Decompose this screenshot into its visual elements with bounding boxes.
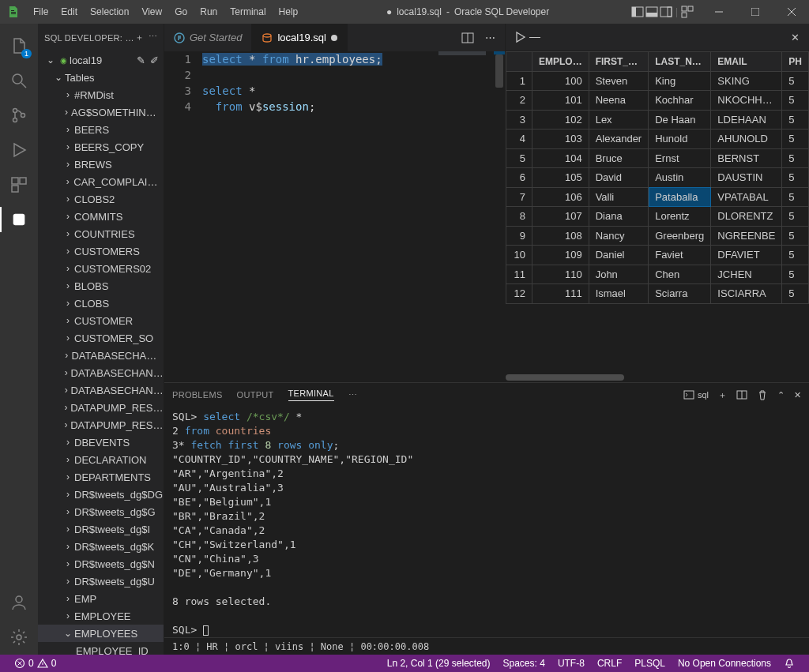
- run-query-icon[interactable]: [514, 31, 540, 43]
- status-errors[interactable]: 0 0: [8, 658, 62, 669]
- tree-table[interactable]: › DATAPUMP_REST_EXPO…: [38, 399, 164, 416]
- tree-table[interactable]: › DATABASECHANGELOG…: [38, 381, 164, 399]
- panel-tab-problems[interactable]: PROBLEMS: [172, 390, 223, 400]
- kill-terminal-icon[interactable]: [757, 389, 768, 400]
- tree-table[interactable]: › DR$tweets_dg$DG: [38, 486, 164, 503]
- cell-employee-id[interactable]: 108: [532, 226, 589, 246]
- results-row[interactable]: 11110JohnChenJCHEN5: [506, 265, 809, 284]
- split-editor-icon[interactable]: [461, 32, 474, 44]
- cell-email[interactable]: VPATABAL: [711, 187, 782, 207]
- cell-email[interactable]: DLORENTZ: [711, 207, 782, 227]
- new-terminal-icon[interactable]: ＋: [718, 389, 727, 401]
- tree-table[interactable]: › CUSTOMERS: [38, 242, 164, 260]
- tree-table[interactable]: ⌄ EMPLOYEES: [38, 625, 164, 642]
- more-actions-icon[interactable]: ⋯: [149, 32, 157, 43]
- cell-employee-id[interactable]: 102: [532, 110, 589, 130]
- toggle-primary-sidebar-icon[interactable]: [631, 6, 644, 18]
- cell-last-name[interactable]: Chen: [649, 265, 711, 284]
- tree-table[interactable]: › DATAPUMP_REST_EXPO…: [38, 416, 164, 434]
- cell-email[interactable]: DFAVIET: [711, 246, 782, 265]
- cell-phone[interactable]: 5: [782, 130, 809, 149]
- settings-icon[interactable]: [0, 620, 38, 655]
- cell-first-name[interactable]: Valli: [589, 187, 649, 207]
- status-selection[interactable]: Ln 2, Col 1 (29 selected): [381, 658, 497, 669]
- tree-table[interactable]: › CUSTOMER_SO: [38, 329, 164, 347]
- menu-selection[interactable]: Selection: [84, 6, 135, 17]
- tree-table[interactable]: › BLOBS: [38, 277, 164, 295]
- cell-first-name[interactable]: Neena: [589, 91, 649, 111]
- code-body[interactable]: select * from hr.employees; select * fro…: [202, 51, 505, 382]
- cell-first-name[interactable]: Ismael: [589, 284, 649, 304]
- close-button[interactable]: [774, 0, 809, 24]
- menu-help[interactable]: Help: [273, 6, 305, 17]
- tree-table[interactable]: › DBEVENTS: [38, 434, 164, 451]
- cell-phone[interactable]: 5: [782, 187, 809, 207]
- tree-table[interactable]: › DR$tweets_dg$I: [38, 520, 164, 538]
- panel-maximize-icon[interactable]: ⌃: [777, 390, 785, 400]
- cell-employee-id[interactable]: 111: [532, 284, 589, 304]
- tab-local19-sql[interactable]: local19.sql: [252, 24, 347, 51]
- cell-first-name[interactable]: Alexander: [589, 130, 649, 149]
- menu-view[interactable]: View: [135, 6, 168, 17]
- terminal-shell-select[interactable]: sql: [683, 389, 709, 400]
- results-row[interactable]: 4103AlexanderHunoldAHUNOLD5: [506, 130, 809, 149]
- terminal-output[interactable]: SQL> select /*csv*/ * 2 from countries 3…: [164, 407, 809, 637]
- tree-table[interactable]: › DR$tweets_dg$G: [38, 503, 164, 520]
- sql-developer-icon[interactable]: [0, 202, 38, 237]
- cell-phone[interactable]: 5: [782, 284, 809, 304]
- run-debug-icon[interactable]: [0, 133, 38, 167]
- menu-terminal[interactable]: Terminal: [224, 6, 272, 17]
- results-row[interactable]: 1100StevenKingSKING5: [506, 71, 809, 91]
- cell-employee-id[interactable]: 103: [532, 130, 589, 149]
- cell-first-name[interactable]: Diana: [589, 207, 649, 227]
- results-row[interactable]: 12111IsmaelSciarraISCIARRA5: [506, 284, 809, 304]
- customize-layout-icon[interactable]: [681, 6, 694, 18]
- results-horizontal-scrollbar[interactable]: [506, 373, 809, 382]
- results-row[interactable]: 8107DianaLorentzDLORENTZ5: [506, 207, 809, 227]
- cell-employee-id[interactable]: 110: [532, 265, 589, 284]
- cell-email[interactable]: ISCIARRA: [711, 284, 782, 304]
- edit-icon[interactable]: ✐: [150, 54, 159, 66]
- cell-last-name[interactable]: Faviet: [649, 246, 711, 265]
- tree-table[interactable]: › CLOBS: [38, 295, 164, 312]
- code-editor[interactable]: 1234 select * from hr.employees; select …: [164, 51, 505, 382]
- minimize-button[interactable]: [702, 0, 736, 24]
- cell-email[interactable]: DAUSTIN: [711, 168, 782, 188]
- results-header-cell[interactable]: LAST_N…: [649, 52, 711, 72]
- status-encoding[interactable]: UTF-8: [551, 658, 591, 669]
- cell-email[interactable]: BERNST: [711, 148, 782, 168]
- tree-table[interactable]: › COMMITS: [38, 208, 164, 225]
- connection-tree[interactable]: ⌄ ◉ local19 ✎✐ ⌄ Tables › #RMDist › AG$S…: [38, 51, 164, 655]
- cell-last-name[interactable]: Austin: [649, 168, 711, 188]
- tree-table[interactable]: › CAR_COMPLAINTS: [38, 173, 164, 190]
- results-row[interactable]: 5104BruceErnstBERNST5: [506, 148, 809, 168]
- cell-phone[interactable]: 5: [782, 110, 809, 130]
- cell-employee-id[interactable]: 107: [532, 207, 589, 227]
- results-table[interactable]: EMPLO…FIRST_…LAST_N…EMAILPH1100StevenKin…: [506, 51, 809, 304]
- tree-table[interactable]: › DATABASECHANGELOG…: [38, 364, 164, 381]
- toggle-panel-icon[interactable]: [645, 6, 658, 18]
- editor-more-icon[interactable]: ⋯: [485, 32, 495, 43]
- cell-last-name[interactable]: Hunold: [649, 130, 711, 149]
- cell-employee-id[interactable]: 105: [532, 168, 589, 188]
- cell-first-name[interactable]: Lex: [589, 110, 649, 130]
- menu-go[interactable]: Go: [168, 6, 194, 17]
- cell-first-name[interactable]: Nancy: [589, 226, 649, 246]
- tree-table[interactable]: › EMPLOYEE: [38, 607, 164, 625]
- cell-phone[interactable]: 5: [782, 71, 809, 91]
- tab-get-started[interactable]: Get Started: [164, 24, 252, 51]
- panel-tab-output[interactable]: OUTPUT: [237, 390, 274, 400]
- cell-employee-id[interactable]: 104: [532, 148, 589, 168]
- tree-connection[interactable]: ⌄ ◉ local19 ✎✐: [38, 51, 164, 69]
- cell-email[interactable]: NKOCHH…: [711, 91, 782, 111]
- results-header-cell[interactable]: EMAIL: [711, 52, 782, 72]
- tree-table[interactable]: › AG$SOMETHING_SOM…: [38, 103, 164, 121]
- results-header-cell[interactable]: [506, 52, 532, 72]
- cell-employee-id[interactable]: 106: [532, 187, 589, 207]
- cell-last-name[interactable]: Kochhar: [649, 91, 711, 111]
- cell-phone[interactable]: 5: [782, 265, 809, 284]
- tree-table[interactable]: › BREWS: [38, 156, 164, 173]
- cell-first-name[interactable]: Daniel: [589, 246, 649, 265]
- cell-email[interactable]: LDEHAAN: [711, 110, 782, 130]
- results-row[interactable]: 6105DavidAustinDAUSTIN5: [506, 168, 809, 188]
